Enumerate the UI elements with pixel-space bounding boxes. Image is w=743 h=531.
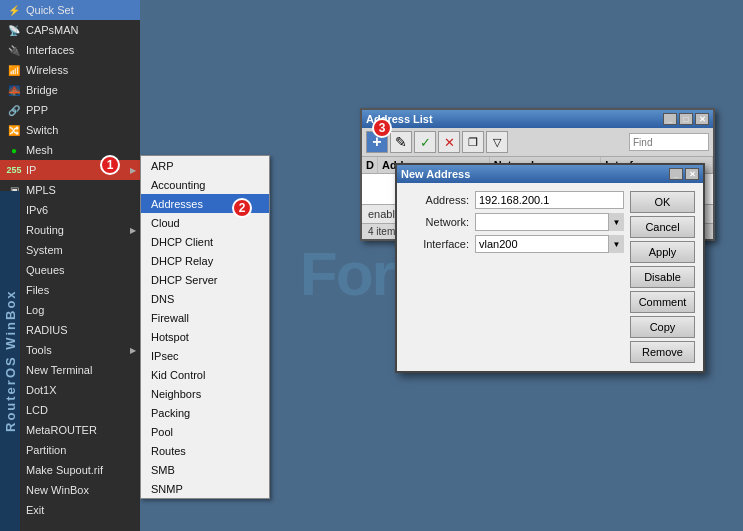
switch-icon: 🔀 <box>6 122 22 138</box>
delete-button[interactable]: ✕ <box>438 131 460 153</box>
address-input[interactable] <box>475 191 624 209</box>
sidebar-label-switch: Switch <box>26 124 58 136</box>
submenu-packing[interactable]: Packing <box>141 403 269 422</box>
sidebar-item-switch[interactable]: 🔀 Switch <box>0 120 140 140</box>
sidebar-label-radius: RADIUS <box>26 324 68 336</box>
sidebar-item-radius[interactable]: ◉ RADIUS <box>0 320 140 340</box>
sidebar-label-partition: Partition <box>26 444 66 456</box>
sidebar-item-wireless[interactable]: 📶 Wireless <box>0 60 140 80</box>
minimize-button[interactable]: _ <box>663 113 677 125</box>
sidebar-item-capsman[interactable]: 📡 CAPsMAN <box>0 20 140 40</box>
enable-button[interactable]: ✓ <box>414 131 436 153</box>
new-address-title: New Address <box>401 168 470 180</box>
submenu-ipsec[interactable]: IPsec <box>141 346 269 365</box>
ip-icon: 255 <box>6 162 22 178</box>
apply-button[interactable]: Apply <box>630 241 695 263</box>
submenu-cloud[interactable]: Cloud <box>141 213 269 232</box>
address-row: Address: <box>405 191 624 209</box>
sidebar-item-new-terminal[interactable]: ▶ New Terminal <box>0 360 140 380</box>
submenu-dhcp-server[interactable]: DHCP Server <box>141 270 269 289</box>
remove-button[interactable]: Remove <box>630 341 695 363</box>
sidebar-item-tools[interactable]: 🔧 Tools <box>0 340 140 360</box>
new-addr-titlebar-btns: _ ✕ <box>669 168 699 180</box>
sidebar-label-lcd: LCD <box>26 404 48 416</box>
sidebar-label-make-supout: Make Supout.rif <box>26 464 103 476</box>
filter-button[interactable]: ▽ <box>486 131 508 153</box>
sidebar-label-log: Log <box>26 304 44 316</box>
sidebar-item-partition[interactable]: ◫ Partition <box>0 440 140 460</box>
sidebar-item-interfaces[interactable]: 🔌 Interfaces <box>0 40 140 60</box>
submenu-pool[interactable]: Pool <box>141 422 269 441</box>
new-address-body: Address: Network: ▼ Interface: ▼ OK Canc <box>397 183 703 371</box>
sidebar-item-make-supout[interactable]: 📄 Make Supout.rif <box>0 460 140 480</box>
sidebar-label-mesh: Mesh <box>26 144 53 156</box>
sidebar-item-bridge[interactable]: 🌉 Bridge <box>0 80 140 100</box>
submenu-routes[interactable]: Routes <box>141 441 269 460</box>
interface-label: Interface: <box>405 238 475 250</box>
cancel-button[interactable]: Cancel <box>630 216 695 238</box>
sidebar-item-lcd[interactable]: ▭ LCD <box>0 400 140 420</box>
submenu-accounting[interactable]: Accounting <box>141 175 269 194</box>
submenu-snmp[interactable]: SNMP <box>141 479 269 498</box>
interface-input[interactable] <box>475 235 624 253</box>
sidebar-item-new-winbox[interactable]: 🖥 New WinBox <box>0 480 140 500</box>
disable-button[interactable]: Disable <box>630 266 695 288</box>
step-1-badge: 1 <box>100 155 120 175</box>
sidebar-label-quickset: Quick Set <box>26 4 74 16</box>
submenu-dns[interactable]: DNS <box>141 289 269 308</box>
maximize-button[interactable]: □ <box>679 113 693 125</box>
edit-address-button[interactable]: ✎ <box>390 131 412 153</box>
wireless-icon: 📶 <box>6 62 22 78</box>
sidebar-label-metarouter: MetaROUTER <box>26 424 97 436</box>
sidebar-label-ip: IP <box>26 164 36 176</box>
close-button[interactable]: ✕ <box>695 113 709 125</box>
titlebar-buttons: _ □ ✕ <box>663 113 709 125</box>
sidebar-item-files[interactable]: 📁 Files <box>0 280 140 300</box>
interface-row: Interface: ▼ <box>405 235 624 253</box>
submenu-firewall[interactable]: Firewall <box>141 308 269 327</box>
mesh-icon: ● <box>6 142 22 158</box>
sidebar-item-ipv6[interactable]: 🌐 IPv6 <box>0 200 140 220</box>
sidebar-item-ppp[interactable]: 🔗 PPP <box>0 100 140 120</box>
sidebar-item-system[interactable]: ⚙ System <box>0 240 140 260</box>
submenu-dhcp-relay[interactable]: DHCP Relay <box>141 251 269 270</box>
submenu-neighbors[interactable]: Neighbors <box>141 384 269 403</box>
network-row: Network: ▼ <box>405 213 624 231</box>
sidebar-item-mesh[interactable]: ● Mesh <box>0 140 140 160</box>
submenu-arp[interactable]: ARP <box>141 156 269 175</box>
sidebar: ⚡ Quick Set 📡 CAPsMAN 🔌 Interfaces 📶 Wir… <box>0 0 140 531</box>
step-2-badge: 2 <box>232 198 252 218</box>
new-address-titlebar: New Address _ ✕ <box>397 165 703 183</box>
quickset-icon: ⚡ <box>6 2 22 18</box>
col-flag: D <box>362 157 378 173</box>
submenu-smb[interactable]: SMB <box>141 460 269 479</box>
sidebar-item-metarouter[interactable]: ◈ MetaROUTER <box>0 420 140 440</box>
interfaces-icon: 🔌 <box>6 42 22 58</box>
ok-button[interactable]: OK <box>630 191 695 213</box>
sidebar-label-queues: Queues <box>26 264 65 276</box>
sidebar-label-routing: Routing <box>26 224 64 236</box>
network-select-wrapper: ▼ <box>475 213 624 231</box>
winbox-brand-label: RouterOS WinBox <box>0 191 20 531</box>
new-addr-close[interactable]: ✕ <box>685 168 699 180</box>
sidebar-item-exit[interactable]: ✕ Exit <box>0 500 140 520</box>
new-addr-minimize[interactable]: _ <box>669 168 683 180</box>
submenu-hotspot[interactable]: Hotspot <box>141 327 269 346</box>
submenu-kid-control[interactable]: Kid Control <box>141 365 269 384</box>
network-input[interactable] <box>475 213 624 231</box>
dialog-buttons: OK Cancel Apply Disable Comment Copy Rem… <box>630 191 695 363</box>
submenu-dhcp-client[interactable]: DHCP Client <box>141 232 269 251</box>
sidebar-item-queues[interactable]: ≡ Queues <box>0 260 140 280</box>
sidebar-item-log[interactable]: 📋 Log <box>0 300 140 320</box>
copy-button[interactable]: ❐ <box>462 131 484 153</box>
address-list-titlebar: Address List _ □ ✕ <box>362 110 713 128</box>
copy-dialog-button[interactable]: Copy <box>630 316 695 338</box>
sidebar-item-quickset[interactable]: ⚡ Quick Set <box>0 0 140 20</box>
comment-button[interactable]: Comment <box>630 291 695 313</box>
sidebar-label-mpls: MPLS <box>26 184 56 196</box>
sidebar-item-routing[interactable]: ↔ Routing <box>0 220 140 240</box>
sidebar-item-mpls[interactable]: ▣ MPLS <box>0 180 140 200</box>
find-input[interactable] <box>629 133 709 151</box>
sidebar-label-interfaces: Interfaces <box>26 44 74 56</box>
sidebar-item-dot1x[interactable]: ◆ Dot1X <box>0 380 140 400</box>
